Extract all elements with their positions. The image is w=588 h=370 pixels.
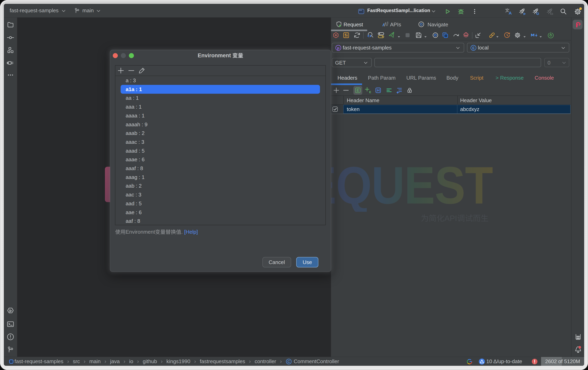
env-list-item[interactable]: aaaa : 1 bbox=[121, 111, 320, 120]
table-remove-icon[interactable] bbox=[343, 87, 349, 94]
env-list-item-selected[interactable]: a1a : 1 bbox=[121, 85, 320, 94]
chevron-down-icon[interactable] bbox=[61, 8, 66, 13]
endpoints-tool-icon[interactable] bbox=[7, 59, 14, 67]
subtab-console[interactable]: Console bbox=[535, 75, 554, 81]
breadcrumb-item[interactable]: java bbox=[110, 357, 120, 366]
branch-name[interactable]: main bbox=[82, 4, 94, 17]
list-add-icon[interactable] bbox=[117, 67, 125, 74]
debug-button[interactable] bbox=[458, 8, 464, 15]
env-list-item[interactable]: aac : 3 bbox=[121, 190, 320, 199]
env-list-item[interactable]: aab : 2 bbox=[121, 181, 320, 190]
save-dropdown-icon[interactable] bbox=[424, 35, 427, 39]
cancel-button[interactable]: Cancel bbox=[262, 257, 291, 268]
env-list-item[interactable]: aae : 6 bbox=[121, 208, 320, 217]
problems-tool-icon[interactable] bbox=[7, 333, 14, 341]
more-actions-button[interactable] bbox=[472, 9, 478, 14]
import-icon[interactable] bbox=[475, 32, 482, 39]
send-dropdown-icon[interactable] bbox=[397, 35, 401, 39]
url-input[interactable] bbox=[374, 58, 541, 67]
send-request-icon[interactable] bbox=[388, 31, 396, 39]
column-header-name[interactable]: Header Name bbox=[347, 97, 379, 104]
row-value-cell[interactable]: abcdxyz bbox=[457, 105, 570, 114]
env-list-item[interactable]: aaag : 1 bbox=[121, 173, 320, 181]
services-tool-icon[interactable] bbox=[7, 307, 14, 315]
env-list-item[interactable]: aaf : 8 bbox=[121, 217, 320, 225]
env-list-item[interactable]: aaac : 3 bbox=[121, 138, 320, 146]
sync-status-text[interactable]: 10 Δ/up-to-date bbox=[486, 357, 522, 366]
table-env-icon[interactable] bbox=[355, 87, 361, 93]
settings-gear-icon[interactable] bbox=[574, 7, 582, 16]
table-row[interactable]: token abcdxyz bbox=[331, 105, 570, 114]
subtab-headers[interactable]: Headers bbox=[337, 75, 357, 81]
env-list-item[interactable]: aa : 1 bbox=[121, 93, 320, 102]
settings-dropdown-icon[interactable] bbox=[523, 35, 526, 39]
list-edit-icon[interactable] bbox=[138, 67, 145, 74]
table-add-env-icon[interactable]: E bbox=[364, 87, 372, 94]
env-list-item[interactable]: aaa : 1 bbox=[121, 102, 320, 111]
tab-request[interactable]: Request bbox=[344, 19, 363, 30]
clear-icon[interactable] bbox=[462, 32, 469, 39]
env-list-item[interactable]: aaae : 6 bbox=[121, 155, 320, 164]
subtab-path-param[interactable]: Path Param bbox=[368, 75, 396, 81]
run-configuration-name[interactable]: FastRequestSampl...lication bbox=[367, 4, 430, 17]
breadcrumb-item[interactable]: kings1990 bbox=[167, 357, 190, 366]
chevron-down-icon[interactable] bbox=[96, 8, 101, 13]
database-tool-icon[interactable] bbox=[575, 333, 582, 340]
rocket-run-icon[interactable] bbox=[518, 8, 526, 15]
markdown-dropdown-icon[interactable] bbox=[539, 35, 543, 39]
terminal-tool-icon[interactable] bbox=[7, 320, 14, 328]
keep-alive-icon[interactable] bbox=[547, 32, 554, 39]
fast-request-tool-button[interactable] bbox=[573, 20, 583, 29]
scan-api-icon[interactable] bbox=[333, 32, 339, 38]
env-list-item[interactable]: aaad : 5 bbox=[121, 146, 320, 155]
notifications-bell-icon[interactable] bbox=[574, 346, 582, 354]
tab-navigate[interactable]: Navigate bbox=[428, 19, 448, 30]
project-selector[interactable]: fast-request-samples bbox=[10, 4, 59, 17]
search-code-icon[interactable] bbox=[367, 31, 374, 39]
rocket-debug-icon[interactable] bbox=[532, 8, 540, 15]
table-add-icon[interactable] bbox=[333, 87, 340, 94]
breadcrumb-item[interactable]: fastrequestsamples bbox=[200, 357, 245, 366]
structure-tool-icon[interactable] bbox=[7, 47, 14, 53]
env-list-item[interactable]: aaaah : 9 bbox=[121, 120, 320, 129]
subtab-url-params[interactable]: URL Params bbox=[406, 75, 436, 81]
project-tool-icon[interactable] bbox=[7, 21, 14, 28]
run-button[interactable] bbox=[444, 8, 451, 15]
google-icon[interactable] bbox=[467, 359, 472, 365]
table-lock-icon[interactable] bbox=[406, 87, 413, 93]
link-dropdown-icon[interactable] bbox=[495, 35, 499, 39]
copy-icon[interactable] bbox=[442, 32, 449, 38]
help-link[interactable]: [Help] bbox=[184, 229, 198, 235]
table-sort-icon[interactable] bbox=[396, 87, 403, 94]
git-branch-selector-icon[interactable] bbox=[74, 8, 80, 14]
record-icon[interactable] bbox=[432, 32, 439, 38]
env-list-item[interactable]: a : 3 bbox=[121, 76, 320, 85]
more-tools-icon[interactable] bbox=[7, 72, 14, 79]
subtab-response[interactable]: > Response bbox=[495, 75, 524, 81]
column-header-value[interactable]: Header Value bbox=[460, 97, 492, 104]
error-indicator-icon[interactable] bbox=[531, 358, 538, 365]
translate-icon[interactable]: A bbox=[505, 8, 512, 15]
environment-toggles-icon[interactable] bbox=[378, 32, 384, 39]
filter-settings-icon[interactable] bbox=[343, 32, 349, 38]
breadcrumb-item[interactable]: io bbox=[129, 357, 133, 366]
search-icon[interactable] bbox=[560, 8, 567, 15]
breadcrumb-item[interactable]: src bbox=[73, 357, 80, 366]
table-header-preset-icon[interactable] bbox=[375, 87, 381, 93]
environment-select[interactable]: E local bbox=[467, 43, 569, 52]
env-list-item[interactable]: aad : 5 bbox=[121, 199, 320, 208]
list-remove-icon[interactable] bbox=[128, 67, 135, 74]
row-name-cell[interactable]: token bbox=[343, 105, 457, 114]
tab-apis[interactable]: APIs bbox=[390, 19, 401, 30]
link-icon[interactable] bbox=[488, 31, 495, 39]
markdown-export-icon[interactable] bbox=[530, 31, 538, 39]
breadcrumb-item[interactable]: github bbox=[143, 357, 157, 366]
method-select[interactable]: GET bbox=[332, 58, 372, 67]
run-configuration-icon[interactable] bbox=[358, 8, 365, 15]
rocket-cloud-icon[interactable] bbox=[546, 8, 554, 15]
chevron-down-icon[interactable] bbox=[431, 9, 436, 14]
commit-tool-icon[interactable] bbox=[7, 34, 14, 41]
undo-icon[interactable] bbox=[452, 31, 460, 39]
panel-settings-icon[interactable] bbox=[514, 31, 521, 39]
refresh-icon[interactable] bbox=[353, 31, 361, 39]
